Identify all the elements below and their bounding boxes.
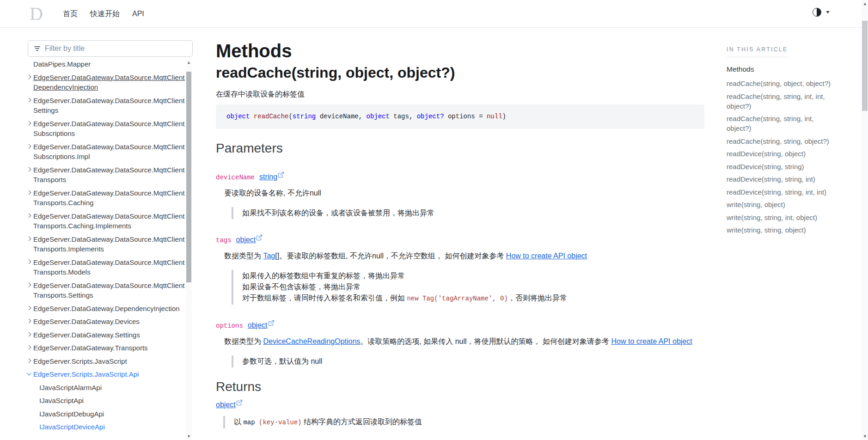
scroll-up-icon[interactable]: ▲ xyxy=(187,61,191,65)
sidebar-item[interactable]: IJavaScriptDeviceApi xyxy=(22,422,185,432)
chevron-right-icon[interactable] xyxy=(27,213,31,218)
sidebar-scrollbar[interactable]: ▲ ▼ xyxy=(186,59,192,440)
sidebar-item[interactable]: EdgeServer.DataGateway.DataSource.MqttCl… xyxy=(22,96,185,116)
aside-link[interactable]: readDevice(string, object) xyxy=(727,149,862,159)
chevron-right-icon[interactable] xyxy=(27,144,31,148)
how-to-create-api-object-link[interactable]: How to create API object xyxy=(506,252,587,260)
parameter-signature: tags object xyxy=(216,236,704,244)
sidebar-item-label[interactable]: EdgeServer.Scripts.JavaScript.Api xyxy=(33,369,185,379)
chevron-right-icon[interactable] xyxy=(27,167,31,171)
sidebar-item-label[interactable]: EdgeServer.DataGateway.DataSource.MqttCl… xyxy=(33,165,185,185)
sidebar-item-label[interactable]: IJavaScriptDebugApi xyxy=(39,409,185,419)
sidebar-item[interactable]: EdgeServer.DataGateway.DataSource.MqttCl… xyxy=(22,73,185,92)
sidebar-item-label[interactable]: EdgeServer.DataGateway.Settings xyxy=(33,330,185,340)
sidebar-item[interactable]: EdgeServer.DataGateway.Transports xyxy=(22,343,185,353)
sidebar-item[interactable]: EdgeServer.Scripts.JavaScript xyxy=(22,356,185,367)
aside-link[interactable]: readCache(string, string, int, object?) xyxy=(727,114,862,133)
sidebar-tree: DataPipes.MapperEdgeServer.DataGateway.D… xyxy=(22,59,185,440)
sidebar-item-label[interactable]: DataPipes.Mapper xyxy=(33,59,185,69)
chevron-right-icon[interactable] xyxy=(27,319,31,324)
aside-link[interactable]: readCache(string, string, object?) xyxy=(727,136,862,146)
sidebar-item[interactable]: EdgeServer.DataGateway.DataSource.MqttCl… xyxy=(22,119,185,139)
sidebar-item-label[interactable]: EdgeServer.DataGateway.DataSource.MqttCl… xyxy=(33,234,185,254)
sidebar-item-label[interactable]: EdgeServer.DataGateway.DataSource.MqttCl… xyxy=(33,211,185,231)
page-scrollbar-thumb[interactable] xyxy=(862,21,868,111)
sidebar-item[interactable]: EdgeServer.DataGateway.Settings xyxy=(22,330,185,340)
sidebar-item-label[interactable]: EdgeServer.DataGateway.DataSource.MqttCl… xyxy=(33,119,185,139)
sidebar-item[interactable]: EdgeServer.DataGateway.Devices xyxy=(22,317,185,327)
sidebar-item-label[interactable]: EdgeServer.DataGateway.DataSource.MqttCl… xyxy=(33,96,185,116)
tag-type-link[interactable]: Tag xyxy=(263,252,275,260)
sidebar-item-label[interactable]: EdgeServer.DataGateway.DataSource.MqttCl… xyxy=(33,188,185,208)
nav-link-home[interactable]: 首页 xyxy=(63,9,78,19)
sidebar-item[interactable]: EdgeServer.DataGateway.DataSource.MqttCl… xyxy=(22,211,185,231)
parameter-type-link[interactable]: object xyxy=(248,321,274,330)
sidebar-item[interactable]: DataPipes.Mapper xyxy=(22,59,185,69)
chevron-right-icon[interactable] xyxy=(27,236,31,241)
aside-link[interactable]: readCache(string, object, object?) xyxy=(727,79,862,88)
theme-toggle-button[interactable] xyxy=(813,8,830,17)
chevron-right-icon[interactable] xyxy=(27,358,31,363)
sidebar-item[interactable]: IJavaScriptDebugApi xyxy=(22,409,185,419)
parameter-type-link[interactable]: object xyxy=(236,236,263,244)
parameter-type-link[interactable]: string xyxy=(259,173,284,181)
sidebar-item-label[interactable]: IJavaScriptApi xyxy=(39,396,185,406)
nav-link-api[interactable]: API xyxy=(132,10,144,18)
sidebar-item[interactable]: EdgeServer.DataGateway.DataSource.MqttCl… xyxy=(22,234,185,254)
page-scrollbar[interactable]: ▲ ▼ xyxy=(862,0,868,440)
scroll-up-icon[interactable]: ▲ xyxy=(863,2,867,6)
chevron-right-icon[interactable] xyxy=(27,98,31,102)
sidebar-item-label[interactable]: EdgeServer.DataGateway.Transports xyxy=(33,343,185,353)
chevron-right-icon[interactable] xyxy=(27,74,31,79)
filter-input[interactable] xyxy=(45,44,188,53)
aside-link[interactable]: write(string, string, int, object) xyxy=(727,213,862,222)
chevron-right-icon[interactable] xyxy=(27,121,31,125)
parameter-signature: options object xyxy=(216,321,704,330)
sidebar-item[interactable]: EdgeServer.DataGateway.DataSource.MqttCl… xyxy=(22,188,185,208)
scroll-down-icon[interactable]: ▼ xyxy=(863,434,867,438)
aside-link[interactable]: readCache(string, string, int, int, obje… xyxy=(727,92,862,111)
return-type-link[interactable]: object xyxy=(216,401,242,409)
chevron-down-icon[interactable] xyxy=(27,371,31,376)
returns-description: 以 map (key-value) 结构字典的方式返回读取到的标签值 xyxy=(216,416,704,428)
aside-link[interactable]: readDevice(string, string, int) xyxy=(727,174,862,184)
sidebar-item-label[interactable]: EdgeServer.DataGateway.DataSource.MqttCl… xyxy=(33,257,185,277)
aside-section-methods[interactable]: Methods xyxy=(727,65,862,73)
sidebar-item[interactable]: IJavaScriptApi xyxy=(22,396,185,406)
sidebar-item-label[interactable]: EdgeServer.DataGateway.DataSource.MqttCl… xyxy=(33,281,185,300)
chevron-right-icon[interactable] xyxy=(27,306,31,310)
scroll-down-icon[interactable]: ▼ xyxy=(187,434,191,439)
parameter-signature: deviceName string xyxy=(216,173,704,181)
sidebar-item-label[interactable]: EdgeServer.DataGateway.DataSource.MqttCl… xyxy=(33,73,185,92)
chevron-right-icon[interactable] xyxy=(27,345,31,350)
parameter-note: 如果传入的标签数组中有重复的标签，将抛出异常 如果设备不包含该标签，将抛出异常 … xyxy=(232,270,704,305)
chevron-right-icon[interactable] xyxy=(27,332,31,336)
devicecachereadingoptions-link[interactable]: DeviceCacheReadingOptions xyxy=(263,337,360,345)
article: Methods readCache(string, object, object… xyxy=(216,28,704,440)
sidebar-item-label[interactable]: EdgeServer.DataGateway.DataSource.MqttCl… xyxy=(33,142,185,162)
chevron-right-icon[interactable] xyxy=(27,259,31,264)
sidebar-item[interactable]: EdgeServer.DataGateway.DataSource.MqttCl… xyxy=(22,142,185,162)
sidebar-item-label[interactable]: IJavaScriptDeviceApi xyxy=(39,422,185,432)
chevron-right-icon[interactable] xyxy=(27,190,31,195)
aside-link[interactable]: readDevice(string, string) xyxy=(727,162,862,171)
sidebar-item[interactable]: EdgeServer.DataGateway.DataSource.MqttCl… xyxy=(22,257,185,277)
sidebar-item[interactable]: EdgeServer.Scripts.JavaScript.Api xyxy=(22,369,185,379)
chevron-right-icon[interactable] xyxy=(27,282,31,287)
aside-link[interactable]: write(string, object) xyxy=(727,200,862,209)
how-to-create-api-object-link[interactable]: How to create API object xyxy=(611,337,692,345)
sidebar-item-label[interactable]: EdgeServer.Scripts.JavaScript xyxy=(33,356,185,367)
sidebar-item[interactable]: EdgeServer.DataGateway.DataSource.MqttCl… xyxy=(22,165,185,185)
sidebar-item[interactable]: EdgeServer.DataGateway.DependencyInjecti… xyxy=(22,304,185,314)
sidebar-item-label[interactable]: EdgeServer.DataGateway.DependencyInjecti… xyxy=(33,304,185,314)
sidebar-scrollbar-thumb[interactable] xyxy=(186,72,191,282)
sidebar-item[interactable]: EdgeServer.DataGateway.DataSource.MqttCl… xyxy=(22,281,185,300)
aside-link[interactable]: write(string, string, object) xyxy=(727,225,862,235)
sidebar-item-label[interactable]: IJavaScriptAlarmApi xyxy=(39,383,185,393)
parameter-name: tags xyxy=(216,237,232,244)
sidebar-item[interactable]: IJavaScriptAlarmApi xyxy=(22,383,185,393)
aside-link[interactable]: readDevice(string, string, int, int) xyxy=(727,187,862,197)
sidebar-item-label[interactable]: EdgeServer.DataGateway.Devices xyxy=(33,317,185,327)
site-logo[interactable]: D xyxy=(30,4,43,24)
nav-link-quickstart[interactable]: 快速开始 xyxy=(90,9,120,19)
